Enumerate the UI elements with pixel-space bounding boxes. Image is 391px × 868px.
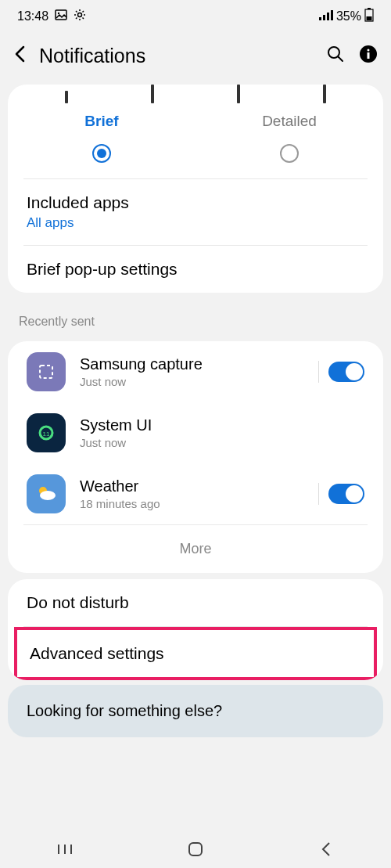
svg-rect-3 (319, 17, 321, 20)
weather-icon (27, 474, 66, 513)
app-row-system[interactable]: 11 System UI Just now (8, 402, 383, 463)
svg-point-1 (58, 13, 59, 14)
dnd-row[interactable]: Do not disturb (8, 579, 383, 626)
included-apps-value: All apps (27, 215, 364, 231)
image-icon (55, 9, 67, 24)
footer-prompt[interactable]: Looking for something else? (8, 685, 383, 737)
toggle-weather[interactable] (328, 484, 364, 504)
advanced-title: Advanced settings (30, 644, 361, 663)
brief-popup-row[interactable]: Brief pop-up settings (8, 246, 383, 293)
svg-rect-14 (368, 52, 370, 59)
svg-rect-15 (40, 366, 52, 378)
app-time: 18 minutes ago (80, 497, 304, 510)
app-name: System UI (80, 416, 364, 434)
advanced-settings-row[interactable]: Advanced settings (17, 630, 374, 677)
svg-line-11 (339, 57, 343, 62)
style-preview (8, 85, 383, 105)
toggle-capture[interactable] (328, 362, 364, 382)
dnd-advanced-card: Do not disturb Advanced settings (8, 579, 383, 680)
app-row-weather[interactable]: Weather 18 minutes ago (8, 463, 383, 524)
brief-popup-title: Brief pop-up settings (27, 260, 364, 279)
app-time: Just now (80, 375, 304, 388)
style-label-detailed: Detailed (262, 113, 317, 130)
gear-icon (74, 9, 86, 24)
included-apps-row[interactable]: Included apps All apps (8, 179, 383, 245)
svg-rect-9 (367, 16, 372, 20)
battery-icon (364, 8, 374, 25)
style-label-brief: Brief (84, 113, 118, 130)
nav-recents[interactable] (54, 838, 76, 860)
navigation-bar (0, 830, 391, 868)
recently-sent-label: Recently sent (0, 299, 391, 335)
back-button[interactable] (14, 44, 25, 68)
info-icon[interactable] (360, 45, 377, 66)
system-ui-icon: 11 (27, 413, 66, 452)
svg-rect-4 (323, 15, 325, 20)
recently-sent-card: Samsung capture Just now 11 System UI Ju… (8, 341, 383, 573)
status-time: 13:48 (17, 9, 48, 23)
style-option-brief[interactable]: Brief (8, 113, 196, 163)
nav-back[interactable] (315, 838, 337, 860)
samsung-capture-icon (27, 352, 66, 391)
app-time: Just now (80, 436, 364, 449)
svg-rect-6 (331, 10, 333, 20)
app-row-capture[interactable]: Samsung capture Just now (8, 341, 383, 402)
svg-rect-23 (189, 843, 202, 855)
svg-point-19 (40, 491, 56, 500)
svg-rect-5 (327, 13, 329, 20)
style-option-detailed[interactable]: Detailed (196, 113, 383, 163)
radio-detailed[interactable] (280, 144, 299, 163)
included-apps-title: Included apps (27, 193, 364, 212)
dnd-title: Do not disturb (27, 593, 364, 612)
app-name: Samsung capture (80, 355, 304, 373)
status-bar: 13:48 35% (0, 0, 391, 33)
notification-style-card: Brief Detailed Included apps All apps Br… (8, 85, 383, 293)
app-name: Weather (80, 477, 304, 495)
search-icon[interactable] (327, 45, 344, 66)
radio-brief[interactable] (92, 144, 111, 163)
advanced-highlight: Advanced settings (14, 627, 377, 680)
more-button[interactable]: More (8, 525, 383, 573)
svg-text:11: 11 (43, 430, 50, 438)
nav-home[interactable] (185, 838, 206, 860)
page-title: Notifications (39, 45, 313, 67)
header: Notifications (0, 33, 391, 78)
svg-point-13 (368, 49, 370, 52)
signal-icon (319, 9, 333, 23)
battery-text: 35% (336, 9, 361, 23)
svg-point-2 (78, 13, 82, 17)
